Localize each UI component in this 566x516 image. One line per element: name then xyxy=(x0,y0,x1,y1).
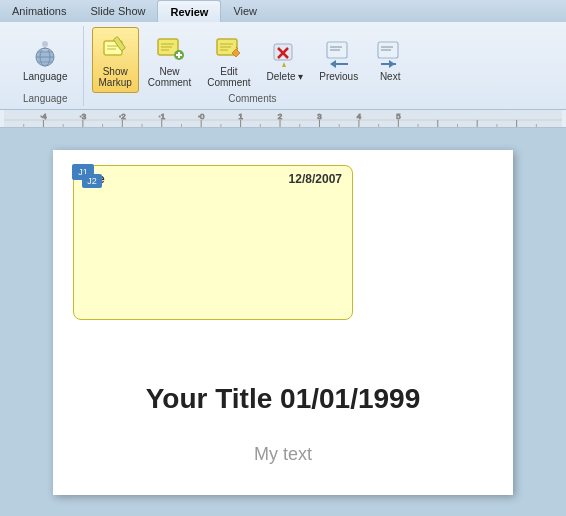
next-icon xyxy=(374,37,406,69)
comments-buttons: ShowMarkup xyxy=(92,26,414,93)
next-label: Next xyxy=(380,71,401,82)
comment-box[interactable]: J1 J2 Joe 12/8/2007 xyxy=(73,165,353,320)
svg-text:·2: ·2 xyxy=(119,112,126,121)
ruler: ·4 ·3 ·2 ·1 ·0 1 2 3 4 5 xyxy=(0,110,566,128)
language-group-label: Language xyxy=(23,93,68,106)
comment-tag-2: J2 xyxy=(82,174,102,188)
tab-slideshow[interactable]: Slide Show xyxy=(78,0,157,22)
tab-review[interactable]: Review xyxy=(157,0,221,22)
delete-label: Delete ▾ xyxy=(267,71,304,82)
set-language-button[interactable]: Language xyxy=(16,27,75,93)
svg-text:5: 5 xyxy=(396,112,401,121)
comment-header: Joe 12/8/2007 xyxy=(84,172,342,186)
globe-icon xyxy=(29,37,61,69)
ribbon: Animations Slide Show Review View xyxy=(0,0,566,110)
svg-text:2: 2 xyxy=(278,112,282,121)
tab-view[interactable]: View xyxy=(221,0,269,22)
svg-text:·0: ·0 xyxy=(198,112,205,121)
delete-icon xyxy=(269,37,301,69)
previous-icon xyxy=(323,37,355,69)
comment-date: 12/8/2007 xyxy=(289,172,342,186)
ribbon-group-language: Language Language xyxy=(8,26,84,106)
ribbon-content: Language Language xyxy=(0,22,566,110)
svg-text:·3: ·3 xyxy=(80,112,87,121)
svg-rect-36 xyxy=(4,110,562,127)
slide[interactable]: J1 J2 Joe 12/8/2007 Your Title 01/01/199… xyxy=(53,150,513,495)
ribbon-tabs: Animations Slide Show Review View xyxy=(0,0,566,22)
svg-text:1: 1 xyxy=(238,112,242,121)
markup-icon xyxy=(99,32,131,64)
language-buttons: Language xyxy=(16,26,75,93)
slide-title: Your Title 01/01/1999 xyxy=(146,383,420,415)
slide-subtitle: My text xyxy=(254,444,312,465)
svg-text:·4: ·4 xyxy=(40,112,47,121)
ruler-svg: ·4 ·3 ·2 ·1 ·0 1 2 3 4 5 xyxy=(4,110,562,128)
new-comment-label: NewComment xyxy=(148,66,191,88)
show-markup-label: ShowMarkup xyxy=(99,66,132,88)
language-label: Language xyxy=(23,71,68,82)
slide-area: J1 J2 Joe 12/8/2007 Your Title 01/01/199… xyxy=(0,128,566,516)
new-comment-icon xyxy=(154,32,186,64)
edit-comment-label: EditComment xyxy=(207,66,250,88)
next-button[interactable]: Next xyxy=(367,27,413,93)
edit-comment-icon xyxy=(213,32,245,64)
svg-text:4: 4 xyxy=(357,112,362,121)
previous-label: Previous xyxy=(319,71,358,82)
show-markup-button[interactable]: ShowMarkup xyxy=(92,27,139,93)
new-comment-button[interactable]: NewComment xyxy=(141,27,198,93)
svg-text:·1: ·1 xyxy=(158,112,165,121)
svg-point-5 xyxy=(42,41,48,47)
previous-button[interactable]: Previous xyxy=(312,27,365,93)
ribbon-group-comments: ShowMarkup xyxy=(84,26,422,106)
delete-button[interactable]: Delete ▾ xyxy=(260,27,311,93)
comments-group-label: Comments xyxy=(228,93,276,106)
svg-marker-25 xyxy=(282,62,286,67)
tab-animations[interactable]: Animations xyxy=(0,0,78,22)
edit-comment-button[interactable]: EditComment xyxy=(200,27,257,93)
svg-text:3: 3 xyxy=(317,112,322,121)
